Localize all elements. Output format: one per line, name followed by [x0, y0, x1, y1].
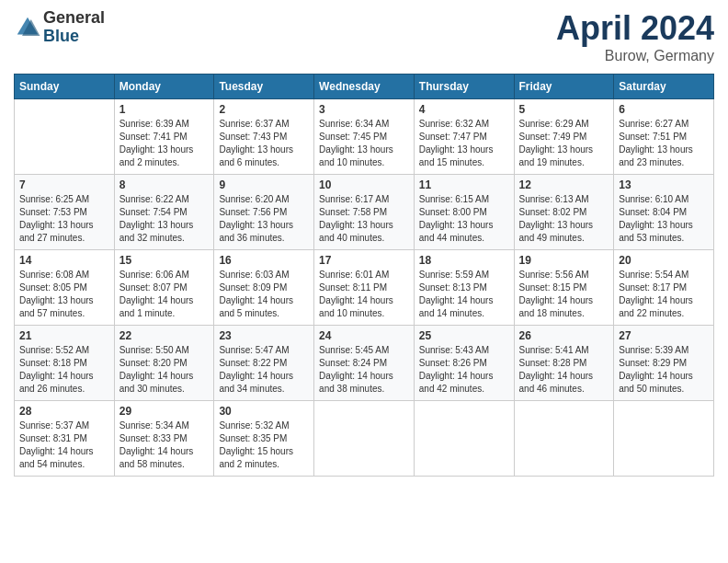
day-info: Sunrise: 6:03 AM Sunset: 8:09 PM Dayligh…	[219, 269, 309, 320]
calendar-table: Sunday Monday Tuesday Wednesday Thursday…	[14, 74, 714, 477]
logo-icon	[14, 14, 41, 41]
calendar-day-cell: 9Sunrise: 6:20 AM Sunset: 7:56 PM Daylig…	[214, 175, 314, 250]
day-info: Sunrise: 6:13 AM Sunset: 8:02 PM Dayligh…	[519, 193, 609, 245]
calendar-day-cell: 24Sunrise: 5:45 AM Sunset: 8:24 PM Dayli…	[314, 326, 415, 401]
day-number: 22	[119, 329, 210, 342]
day-info: Sunrise: 6:17 AM Sunset: 7:58 PM Dayligh…	[319, 193, 409, 245]
location-title: Burow, Germany	[556, 48, 714, 64]
day-number: 4	[419, 103, 509, 116]
day-info: Sunrise: 6:01 AM Sunset: 8:11 PM Dayligh…	[319, 269, 409, 320]
day-info: Sunrise: 6:34 AM Sunset: 7:45 PM Dayligh…	[319, 118, 409, 169]
day-info: Sunrise: 5:45 AM Sunset: 8:24 PM Dayligh…	[319, 344, 409, 396]
calendar-day-cell: 3Sunrise: 6:34 AM Sunset: 7:45 PM Daylig…	[314, 99, 415, 175]
day-number: 29	[119, 405, 210, 418]
day-number: 19	[519, 254, 609, 267]
day-number: 20	[619, 254, 709, 267]
calendar-day-cell: 5Sunrise: 6:29 AM Sunset: 7:49 PM Daylig…	[514, 99, 614, 175]
day-number: 25	[419, 329, 509, 342]
day-number: 1	[119, 103, 210, 116]
calendar-week-row: 14Sunrise: 6:08 AM Sunset: 8:05 PM Dayli…	[15, 250, 714, 326]
calendar-day-cell: 27Sunrise: 5:39 AM Sunset: 8:29 PM Dayli…	[614, 326, 714, 401]
day-number: 2	[219, 103, 309, 116]
weekday-header-row: Sunday Monday Tuesday Wednesday Thursday…	[15, 75, 714, 99]
calendar-day-cell: 19Sunrise: 5:56 AM Sunset: 8:15 PM Dayli…	[514, 250, 614, 326]
day-number: 30	[219, 405, 309, 418]
calendar-day-cell	[15, 99, 115, 175]
calendar-day-cell: 23Sunrise: 5:47 AM Sunset: 8:22 PM Dayli…	[214, 326, 314, 401]
day-number: 3	[319, 103, 409, 116]
calendar-day-cell: 8Sunrise: 6:22 AM Sunset: 7:54 PM Daylig…	[114, 175, 214, 250]
header-thursday: Thursday	[414, 75, 514, 99]
calendar-day-cell: 28Sunrise: 5:37 AM Sunset: 8:31 PM Dayli…	[15, 401, 115, 477]
day-number: 8	[119, 178, 210, 191]
header-tuesday: Tuesday	[214, 75, 314, 99]
day-info: Sunrise: 6:15 AM Sunset: 8:00 PM Dayligh…	[419, 193, 509, 245]
month-title: April 2024	[556, 9, 714, 48]
day-number: 28	[19, 405, 109, 418]
calendar-day-cell: 26Sunrise: 5:41 AM Sunset: 8:28 PM Dayli…	[514, 326, 614, 401]
day-number: 13	[619, 178, 709, 191]
day-info: Sunrise: 6:20 AM Sunset: 7:56 PM Dayligh…	[219, 193, 309, 245]
day-info: Sunrise: 5:41 AM Sunset: 8:28 PM Dayligh…	[519, 344, 609, 396]
calendar-day-cell	[514, 401, 614, 477]
calendar-week-row: 7Sunrise: 6:25 AM Sunset: 7:53 PM Daylig…	[15, 175, 714, 250]
day-number: 26	[519, 329, 609, 342]
day-info: Sunrise: 6:22 AM Sunset: 7:54 PM Dayligh…	[119, 193, 210, 245]
day-info: Sunrise: 5:34 AM Sunset: 8:33 PM Dayligh…	[119, 419, 210, 471]
calendar-week-row: 21Sunrise: 5:52 AM Sunset: 8:18 PM Dayli…	[15, 326, 714, 401]
header-saturday: Saturday	[614, 75, 714, 99]
day-number: 11	[419, 178, 509, 191]
logo-text: General Blue	[43, 9, 105, 46]
calendar-day-cell: 14Sunrise: 6:08 AM Sunset: 8:05 PM Dayli…	[15, 250, 115, 326]
calendar-day-cell	[414, 401, 514, 477]
day-info: Sunrise: 6:08 AM Sunset: 8:05 PM Dayligh…	[19, 269, 109, 320]
page-header: General Blue April 2024 Burow, Germany	[14, 9, 714, 64]
day-number: 27	[619, 329, 709, 342]
day-number: 12	[519, 178, 609, 191]
day-info: Sunrise: 5:59 AM Sunset: 8:13 PM Dayligh…	[419, 269, 509, 320]
calendar-day-cell: 22Sunrise: 5:50 AM Sunset: 8:20 PM Dayli…	[114, 326, 214, 401]
day-info: Sunrise: 5:39 AM Sunset: 8:29 PM Dayligh…	[619, 344, 709, 396]
page-container: General Blue April 2024 Burow, Germany S…	[0, 0, 728, 486]
day-number: 15	[119, 254, 210, 267]
day-number: 23	[219, 329, 309, 342]
calendar-day-cell: 11Sunrise: 6:15 AM Sunset: 8:00 PM Dayli…	[414, 175, 514, 250]
calendar-day-cell: 7Sunrise: 6:25 AM Sunset: 7:53 PM Daylig…	[15, 175, 115, 250]
day-info: Sunrise: 6:39 AM Sunset: 7:41 PM Dayligh…	[119, 118, 210, 169]
calendar-day-cell: 4Sunrise: 6:32 AM Sunset: 7:47 PM Daylig…	[414, 99, 514, 175]
calendar-day-cell: 16Sunrise: 6:03 AM Sunset: 8:09 PM Dayli…	[214, 250, 314, 326]
day-info: Sunrise: 5:52 AM Sunset: 8:18 PM Dayligh…	[19, 344, 109, 396]
logo-general-text: General	[43, 9, 105, 28]
day-info: Sunrise: 5:56 AM Sunset: 8:15 PM Dayligh…	[519, 269, 609, 320]
day-info: Sunrise: 6:29 AM Sunset: 7:49 PM Dayligh…	[519, 118, 609, 169]
calendar-header: Sunday Monday Tuesday Wednesday Thursday…	[15, 75, 714, 99]
calendar-day-cell: 13Sunrise: 6:10 AM Sunset: 8:04 PM Dayli…	[614, 175, 714, 250]
header-friday: Friday	[514, 75, 614, 99]
calendar-day-cell: 18Sunrise: 5:59 AM Sunset: 8:13 PM Dayli…	[414, 250, 514, 326]
calendar-day-cell: 29Sunrise: 5:34 AM Sunset: 8:33 PM Dayli…	[114, 401, 214, 477]
day-info: Sunrise: 6:10 AM Sunset: 8:04 PM Dayligh…	[619, 193, 709, 245]
calendar-day-cell: 6Sunrise: 6:27 AM Sunset: 7:51 PM Daylig…	[614, 99, 714, 175]
calendar-day-cell: 2Sunrise: 6:37 AM Sunset: 7:43 PM Daylig…	[214, 99, 314, 175]
day-number: 21	[19, 329, 109, 342]
title-block: April 2024 Burow, Germany	[556, 9, 714, 64]
calendar-day-cell: 21Sunrise: 5:52 AM Sunset: 8:18 PM Dayli…	[15, 326, 115, 401]
header-sunday: Sunday	[15, 75, 115, 99]
calendar-body: 1Sunrise: 6:39 AM Sunset: 7:41 PM Daylig…	[15, 99, 714, 477]
calendar-day-cell: 30Sunrise: 5:32 AM Sunset: 8:35 PM Dayli…	[214, 401, 314, 477]
day-info: Sunrise: 6:06 AM Sunset: 8:07 PM Dayligh…	[119, 269, 210, 320]
day-info: Sunrise: 5:37 AM Sunset: 8:31 PM Dayligh…	[19, 419, 109, 471]
day-number: 16	[219, 254, 309, 267]
calendar-day-cell	[614, 401, 714, 477]
day-info: Sunrise: 6:32 AM Sunset: 7:47 PM Dayligh…	[419, 118, 509, 169]
logo-blue-text: Blue	[43, 28, 105, 46]
header-wednesday: Wednesday	[314, 75, 415, 99]
calendar-day-cell: 12Sunrise: 6:13 AM Sunset: 8:02 PM Dayli…	[514, 175, 614, 250]
day-info: Sunrise: 6:25 AM Sunset: 7:53 PM Dayligh…	[19, 193, 109, 245]
calendar-day-cell: 10Sunrise: 6:17 AM Sunset: 7:58 PM Dayli…	[314, 175, 415, 250]
day-number: 14	[19, 254, 109, 267]
day-info: Sunrise: 5:54 AM Sunset: 8:17 PM Dayligh…	[619, 269, 709, 320]
day-info: Sunrise: 6:37 AM Sunset: 7:43 PM Dayligh…	[219, 118, 309, 169]
calendar-day-cell: 1Sunrise: 6:39 AM Sunset: 7:41 PM Daylig…	[114, 99, 214, 175]
calendar-week-row: 1Sunrise: 6:39 AM Sunset: 7:41 PM Daylig…	[15, 99, 714, 175]
